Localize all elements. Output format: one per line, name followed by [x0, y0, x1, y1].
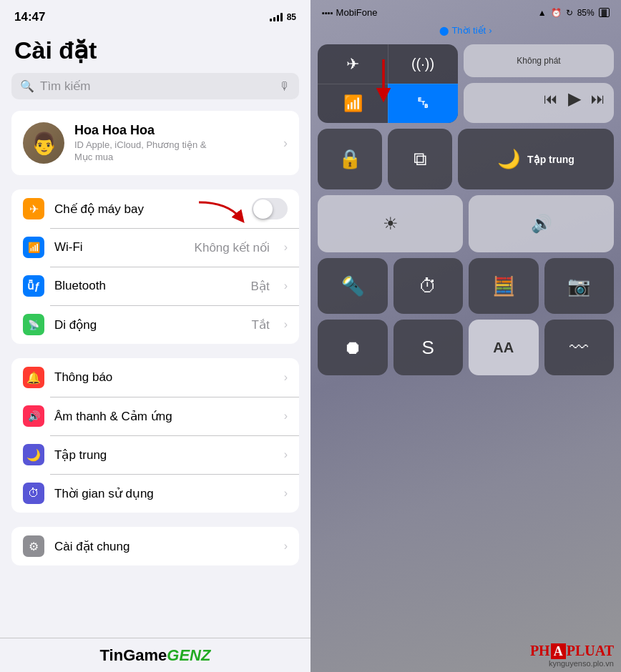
timer-icon: ⏱: [419, 275, 437, 297]
aa-tile[interactable]: AA: [469, 320, 539, 375]
focus-chevron: ›: [284, 448, 288, 461]
bluetooth-label: Bluetooth: [54, 279, 241, 293]
signal-dots: ▪▪▪▪: [322, 9, 333, 17]
focus-cc-label: Tập trung: [527, 154, 574, 165]
airdrop-label: Không phát: [517, 56, 560, 66]
camera-tile[interactable]: 📷: [544, 258, 615, 314]
airplane-cell[interactable]: ✈: [318, 44, 388, 84]
volume-tile[interactable]: 🔊: [469, 195, 614, 252]
status-bar: 14:47 85: [0, 0, 310, 30]
weather-widget[interactable]: ⬤ Thời tiết ›: [310, 22, 621, 41]
aa-label: AA: [493, 340, 514, 356]
signal-bar-4: [280, 13, 283, 21]
rotation-icon: ↻: [566, 8, 573, 18]
screen-time-item[interactable]: ⏱ Thời gian sử dụng ›: [11, 474, 299, 513]
search-icon: 🔍: [20, 79, 34, 93]
sound-item[interactable]: 🔊 Âm thanh & Cảm ứng ›: [11, 397, 299, 435]
rotation-lock-tile[interactable]: 🔒: [318, 129, 382, 189]
general-item[interactable]: ⚙ Cài đặt chung ›: [11, 527, 299, 565]
row-4: 🔦 ⏱ 🧮 📷: [318, 258, 614, 314]
mobile-value: Tắt: [252, 317, 270, 332]
brightness-tile[interactable]: ☀: [318, 195, 463, 252]
location-dot: ⬤: [439, 26, 449, 36]
weather-label: ⬤ Thời tiết ›: [310, 25, 621, 36]
search-input[interactable]: Tìm kiếm: [40, 79, 273, 94]
wifi-chevron: ›: [284, 241, 288, 254]
carrier-info: ▪▪▪▪ MobiFone: [322, 7, 377, 18]
flashlight-icon: 🔦: [341, 275, 364, 297]
location-icon: ▲: [538, 8, 547, 18]
soundscape-icon: 〰: [569, 337, 588, 359]
bluetooth-chevron: ›: [284, 280, 288, 292]
screen-time-icon: ⏱: [23, 483, 44, 504]
right-status-bar: ▪▪▪▪ MobiFone ▲ ⏰ ↻ 85% ▓: [310, 0, 621, 22]
page-title: Cài đặt: [0, 30, 310, 73]
shazam-tile[interactable]: S: [393, 320, 464, 375]
v-divider: [388, 44, 388, 123]
general-label: Cài đặt chung: [54, 539, 274, 554]
focus-tile[interactable]: 🌙 Tập trung: [458, 129, 614, 189]
general-chevron: ›: [284, 540, 288, 553]
row-3: ☀ 🔊: [318, 195, 614, 252]
airplane-toggle[interactable]: [252, 198, 288, 219]
media-tile[interactable]: ⏮ ▶ ⏭: [464, 83, 614, 123]
right-battery: ▲ ⏰ ↻ 85% ▓: [538, 8, 610, 18]
airplane-mode-item[interactable]: ✈ Chế độ máy bay: [11, 189, 299, 228]
row-1: ✈ ((·)) 📶 ␗ Không phát: [318, 44, 614, 123]
cellular-cell[interactable]: ((·)): [388, 44, 458, 84]
brightness-icon: ☀: [383, 214, 398, 234]
voice-memo-tile[interactable]: ⏺: [318, 320, 388, 375]
focus-icon: 🌙: [23, 444, 44, 465]
media-controls: ⏮ ▶ ⏭: [472, 89, 605, 109]
mobile-icon: 📡: [23, 314, 44, 335]
mobile-data-item[interactable]: 📡 Di động Tắt ›: [11, 305, 299, 344]
profile-card[interactable]: 👨 Hoa Hoa Hoa ID Apple, iCloud, Phương t…: [11, 111, 299, 175]
notifications-icon: 🔔: [23, 367, 44, 388]
moon-icon: 🌙: [497, 148, 520, 170]
voice-memo-icon: ⏺: [343, 337, 362, 359]
notifications-label: Thông báo: [54, 370, 274, 385]
wifi-cc-cell[interactable]: 📶: [318, 84, 388, 123]
wifi-label: Wi-Fi: [54, 240, 185, 255]
mic-icon: 🎙: [279, 80, 290, 93]
prev-icon[interactable]: ⏮: [544, 91, 558, 107]
screen-mirror-tile[interactable]: ⧉: [388, 129, 452, 189]
settings-panel: 14:47 85 Cài đặt 🔍 Tìm kiếm 🎙 👨 Hoa Hoa …: [0, 0, 310, 672]
next-icon[interactable]: ⏭: [591, 91, 605, 107]
profile-sub: ID Apple, iCloud, Phương tiện &Mục mua: [74, 139, 273, 164]
bluetooth-item[interactable]: ǖƒ Bluetooth Bật ›: [11, 267, 299, 305]
timer-tile[interactable]: ⏱: [393, 258, 464, 314]
network-settings-section: ✈ Chế độ máy bay 📶 Wi-Fi Không kết nối ›…: [11, 189, 299, 344]
bluetooth-cc-icon: ␗: [417, 95, 429, 112]
shazam-icon: S: [422, 337, 434, 359]
bluetooth-cc-cell[interactable]: ␗: [388, 84, 458, 123]
notifications-chevron: ›: [284, 371, 288, 384]
signal-bar-2: [273, 17, 275, 21]
bluetooth-value: Bật: [251, 279, 270, 294]
flashlight-tile[interactable]: 🔦: [318, 258, 388, 314]
play-icon[interactable]: ▶: [568, 89, 581, 109]
row-5: ⏺ S AA 〰: [318, 320, 614, 375]
avatar: 👨: [23, 122, 64, 164]
airdrop-tile[interactable]: Không phát: [464, 44, 614, 77]
sound-chevron: ›: [284, 410, 288, 423]
focus-item[interactable]: 🌙 Tập trung ›: [11, 435, 299, 474]
camera-icon: 📷: [567, 275, 590, 297]
watermark-url: kynguyenso.plo.vn: [530, 659, 614, 668]
wifi-item[interactable]: 📶 Wi-Fi Không kết nối ›: [11, 228, 299, 267]
general-section: ⚙ Cài đặt chung ›: [11, 527, 299, 565]
status-time: 14:47: [14, 10, 45, 24]
notifications-item[interactable]: 🔔 Thông báo ›: [11, 358, 299, 397]
focus-label: Tập trung: [54, 448, 274, 463]
search-bar[interactable]: 🔍 Tìm kiếm 🎙: [11, 73, 299, 99]
signal-bars: [270, 13, 283, 21]
battery-pct: 85%: [577, 8, 595, 18]
watermark-left: TinGameGENZ: [100, 646, 211, 665]
calculator-tile[interactable]: 🧮: [469, 258, 539, 314]
airplane-label: Chế độ máy bay: [54, 202, 242, 217]
soundscape-tile[interactable]: 〰: [544, 320, 615, 375]
carrier-name: MobiFone: [336, 7, 378, 18]
cellular-cc-icon: ((·)): [411, 56, 434, 72]
mobile-label: Di động: [54, 317, 242, 332]
profile-info: Hoa Hoa Hoa ID Apple, iCloud, Phương tiệ…: [74, 123, 273, 164]
